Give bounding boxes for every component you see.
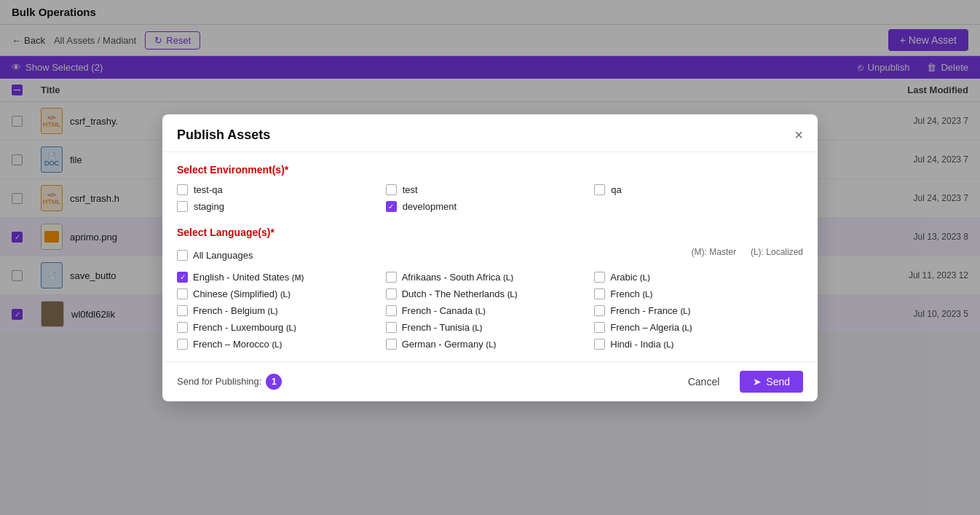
- lang-checkbox-lang-en-us[interactable]: [177, 272, 188, 283]
- lang-item-lang-fr[interactable]: French (L): [594, 288, 803, 299]
- lang-checkbox-lang-fr-ca[interactable]: [386, 305, 397, 316]
- lang-label-lang-fr-lu: French - Luxembourg (L): [193, 322, 296, 333]
- env-checkbox-env-test[interactable]: [386, 184, 397, 195]
- select-environments-label: Select Environment(s)*: [177, 164, 803, 176]
- languages-grid: English - United States (M) Afrikaans - …: [177, 272, 803, 334]
- env-checkbox-env-development[interactable]: [386, 201, 397, 212]
- env-item-env-test[interactable]: test: [386, 184, 595, 195]
- lang-label-lang-nl-nl: Dutch - The Netherlands (L): [402, 288, 518, 299]
- lang-checkbox-lang-fr-lu[interactable]: [177, 322, 188, 333]
- publish-assets-modal: Publish Assets × Select Environment(s)* …: [162, 114, 818, 334]
- env-item-env-qa[interactable]: qa: [594, 184, 803, 195]
- lang-label-lang-fr-be: French - Belgium (L): [193, 305, 278, 316]
- lang-label-lang-fr-fr: French - France (L): [610, 305, 690, 316]
- lang-item-lang-fr-fr[interactable]: French - France (L): [594, 305, 803, 316]
- lang-checkbox-lang-af-za[interactable]: [386, 272, 397, 283]
- env-label-env-staging: staging: [194, 201, 224, 212]
- lang-item-lang-fr-lu[interactable]: French - Luxembourg (L): [177, 322, 386, 333]
- env-label-env-test: test: [403, 184, 418, 195]
- modal-title: Publish Assets: [177, 127, 270, 143]
- lang-checkbox-lang-fr-fr[interactable]: [594, 305, 605, 316]
- lang-item-lang-zh-cn[interactable]: Chinese (Simplified) (L): [177, 288, 386, 299]
- legend-master: (M): Master: [692, 247, 736, 257]
- lang-label-lang-af-za: Afrikaans - South Africa (L): [402, 272, 514, 283]
- lang-label-lang-ar: Arabic (L): [610, 272, 650, 283]
- env-item-env-development[interactable]: development: [386, 201, 595, 212]
- env-checkbox-env-qa[interactable]: [594, 184, 605, 195]
- lang-item-lang-nl-nl[interactable]: Dutch - The Netherlands (L): [386, 288, 595, 299]
- modal-close-button[interactable]: ×: [794, 127, 803, 142]
- env-label-env-test-qa: test-qa: [194, 184, 223, 195]
- lang-checkbox-lang-ar[interactable]: [594, 272, 605, 283]
- lang-item-lang-fr-ca[interactable]: French - Canada (L): [386, 305, 595, 316]
- modal-header: Publish Assets ×: [162, 114, 818, 152]
- lang-item-lang-fr-dz[interactable]: French – Algeria (L): [594, 322, 803, 333]
- lang-label-lang-zh-cn: Chinese (Simplified) (L): [193, 288, 291, 299]
- lang-item-lang-fr-be[interactable]: French - Belgium (L): [177, 305, 386, 316]
- lang-item-lang-ar[interactable]: Arabic (L): [594, 272, 803, 283]
- modal-body: Select Environment(s)* test-qa test qa s…: [162, 152, 818, 334]
- lang-legend: (M): Master (L): Localized: [692, 247, 803, 257]
- lang-label-lang-fr-dz: French – Algeria (L): [610, 322, 692, 333]
- env-label-env-qa: qa: [611, 184, 621, 195]
- select-languages-label: Select Language(s)*: [177, 227, 803, 238]
- environments-grid: test-qa test qa staging development: [177, 184, 803, 212]
- lang-checkbox-lang-nl-nl[interactable]: [386, 288, 397, 299]
- env-checkbox-env-test-qa[interactable]: [177, 184, 188, 195]
- lang-label-lang-fr: French (L): [610, 288, 652, 299]
- lang-checkbox-lang-fr-be[interactable]: [177, 305, 188, 316]
- env-item-env-test-qa[interactable]: test-qa: [177, 184, 386, 195]
- lang-item-lang-af-za[interactable]: Afrikaans - South Africa (L): [386, 272, 595, 283]
- env-checkbox-env-staging[interactable]: [177, 201, 188, 212]
- lang-checkbox-lang-zh-cn[interactable]: [177, 288, 188, 299]
- lang-checkbox-lang-fr-tn[interactable]: [386, 322, 397, 333]
- lang-label-lang-en-us: English - United States (M): [193, 272, 304, 283]
- all-languages-label: All Languages: [193, 250, 253, 261]
- env-item-env-staging[interactable]: staging: [177, 201, 386, 212]
- all-languages-checkbox[interactable]: [177, 250, 188, 261]
- lang-label-lang-fr-ca: French - Canada (L): [402, 305, 486, 316]
- legend-localized: (L): Localized: [751, 247, 803, 257]
- all-languages-item[interactable]: All Languages: [177, 250, 253, 261]
- lang-label-lang-fr-tn: French - Tunisia (L): [402, 322, 483, 333]
- modal-overlay: Publish Assets × Select Environment(s)* …: [0, 0, 980, 334]
- lang-checkbox-lang-fr-dz[interactable]: [594, 322, 605, 333]
- lang-checkbox-lang-fr[interactable]: [594, 288, 605, 299]
- env-label-env-development: development: [403, 201, 457, 212]
- lang-item-lang-en-us[interactable]: English - United States (M): [177, 272, 386, 283]
- lang-item-lang-fr-tn[interactable]: French - Tunisia (L): [386, 322, 595, 333]
